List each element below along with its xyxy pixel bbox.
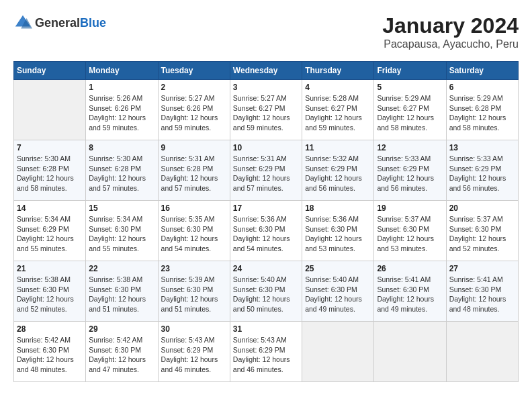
calendar-day-cell: 25Sunrise: 5:40 AM Sunset: 6:30 PM Dayli…	[302, 261, 374, 322]
calendar-day-cell	[446, 322, 518, 382]
calendar-day-cell: 5Sunrise: 5:29 AM Sunset: 6:27 PM Daylig…	[374, 80, 446, 140]
calendar-day-cell: 15Sunrise: 5:34 AM Sunset: 6:30 PM Dayli…	[86, 201, 158, 261]
day-number: 28	[17, 324, 83, 334]
day-info: Sunrise: 5:29 AM Sunset: 6:27 PM Dayligh…	[377, 93, 443, 133]
calendar-day-cell: 16Sunrise: 5:35 AM Sunset: 6:30 PM Dayli…	[158, 201, 230, 261]
calendar-day-cell: 13Sunrise: 5:33 AM Sunset: 6:29 PM Dayli…	[446, 140, 518, 201]
calendar-day-cell: 30Sunrise: 5:43 AM Sunset: 6:29 PM Dayli…	[158, 322, 230, 382]
weekday-header-cell: Friday	[374, 62, 446, 80]
day-info: Sunrise: 5:37 AM Sunset: 6:30 PM Dayligh…	[449, 214, 515, 254]
day-number: 24	[233, 264, 299, 273]
day-info: Sunrise: 5:33 AM Sunset: 6:29 PM Dayligh…	[449, 154, 515, 193]
calendar-day-cell: 1Sunrise: 5:26 AM Sunset: 6:26 PM Daylig…	[86, 80, 158, 140]
calendar-day-cell: 27Sunrise: 5:41 AM Sunset: 6:30 PM Dayli…	[446, 261, 518, 322]
day-info: Sunrise: 5:34 AM Sunset: 6:30 PM Dayligh…	[89, 214, 154, 254]
day-number: 25	[305, 264, 371, 273]
calendar-day-cell: 19Sunrise: 5:37 AM Sunset: 6:30 PM Dayli…	[374, 201, 446, 261]
day-info: Sunrise: 5:27 AM Sunset: 6:26 PM Dayligh…	[161, 93, 227, 133]
calendar-day-cell: 17Sunrise: 5:36 AM Sunset: 6:30 PM Dayli…	[230, 201, 302, 261]
day-info: Sunrise: 5:43 AM Sunset: 6:29 PM Dayligh…	[233, 335, 299, 375]
day-info: Sunrise: 5:33 AM Sunset: 6:29 PM Dayligh…	[377, 154, 443, 193]
calendar-title: January 2024	[382, 13, 519, 38]
calendar-week-row: 21Sunrise: 5:38 AM Sunset: 6:30 PM Dayli…	[14, 261, 519, 322]
calendar-week-row: 7Sunrise: 5:30 AM Sunset: 6:28 PM Daylig…	[14, 140, 519, 201]
calendar-week-row: 28Sunrise: 5:42 AM Sunset: 6:30 PM Dayli…	[14, 322, 519, 382]
day-info: Sunrise: 5:40 AM Sunset: 6:30 PM Dayligh…	[305, 275, 371, 314]
day-info: Sunrise: 5:41 AM Sunset: 6:30 PM Dayligh…	[449, 275, 515, 314]
day-info: Sunrise: 5:31 AM Sunset: 6:28 PM Dayligh…	[161, 154, 227, 193]
day-info: Sunrise: 5:26 AM Sunset: 6:26 PM Dayligh…	[89, 93, 154, 133]
calendar-day-cell: 24Sunrise: 5:40 AM Sunset: 6:30 PM Dayli…	[230, 261, 302, 322]
calendar-day-cell: 31Sunrise: 5:43 AM Sunset: 6:29 PM Dayli…	[230, 322, 302, 382]
day-number: 29	[89, 324, 154, 334]
day-info: Sunrise: 5:36 AM Sunset: 6:30 PM Dayligh…	[305, 214, 371, 254]
day-number: 31	[233, 324, 299, 334]
day-info: Sunrise: 5:30 AM Sunset: 6:28 PM Dayligh…	[17, 154, 83, 193]
calendar-day-cell	[302, 322, 374, 382]
calendar-location: Pacapausa, Ayacucho, Peru	[382, 38, 519, 50]
title-block: January 2024 Pacapausa, Ayacucho, Peru	[382, 13, 519, 50]
calendar-day-cell: 18Sunrise: 5:36 AM Sunset: 6:30 PM Dayli…	[302, 201, 374, 261]
day-number: 4	[305, 83, 371, 92]
calendar-day-cell	[14, 80, 86, 140]
day-number: 8	[89, 143, 154, 152]
calendar-day-cell: 6Sunrise: 5:29 AM Sunset: 6:28 PM Daylig…	[446, 80, 518, 140]
day-number: 18	[305, 203, 371, 213]
calendar-day-cell: 3Sunrise: 5:27 AM Sunset: 6:27 PM Daylig…	[230, 80, 302, 140]
logo-text-general: General	[35, 16, 80, 30]
calendar-day-cell: 12Sunrise: 5:33 AM Sunset: 6:29 PM Dayli…	[374, 140, 446, 201]
day-info: Sunrise: 5:31 AM Sunset: 6:29 PM Dayligh…	[233, 154, 299, 193]
day-number: 27	[449, 264, 515, 273]
calendar-day-cell: 7Sunrise: 5:30 AM Sunset: 6:28 PM Daylig…	[14, 140, 86, 201]
day-number: 1	[89, 83, 154, 92]
calendar-day-cell: 21Sunrise: 5:38 AM Sunset: 6:30 PM Dayli…	[14, 261, 86, 322]
calendar-week-row: 1Sunrise: 5:26 AM Sunset: 6:26 PM Daylig…	[14, 80, 519, 140]
day-number: 12	[377, 143, 443, 152]
day-number: 17	[233, 203, 299, 213]
calendar-day-cell: 8Sunrise: 5:30 AM Sunset: 6:28 PM Daylig…	[86, 140, 158, 201]
calendar-day-cell: 22Sunrise: 5:38 AM Sunset: 6:30 PM Dayli…	[86, 261, 158, 322]
day-number: 5	[377, 83, 443, 92]
day-info: Sunrise: 5:39 AM Sunset: 6:30 PM Dayligh…	[161, 275, 227, 314]
weekday-header-cell: Saturday	[446, 62, 518, 80]
calendar-table: SundayMondayTuesdayWednesdayThursdayFrid…	[13, 61, 519, 382]
calendar-day-cell: 9Sunrise: 5:31 AM Sunset: 6:28 PM Daylig…	[158, 140, 230, 201]
day-info: Sunrise: 5:27 AM Sunset: 6:27 PM Dayligh…	[233, 93, 299, 133]
day-number: 22	[89, 264, 154, 273]
day-info: Sunrise: 5:38 AM Sunset: 6:30 PM Dayligh…	[89, 275, 154, 314]
day-number: 20	[449, 203, 515, 213]
page-header: GeneralBlue January 2024 Pacapausa, Ayac…	[13, 13, 519, 50]
calendar-day-cell: 29Sunrise: 5:42 AM Sunset: 6:30 PM Dayli…	[86, 322, 158, 382]
day-info: Sunrise: 5:38 AM Sunset: 6:30 PM Dayligh…	[17, 275, 83, 314]
logo-text-blue: Blue	[80, 16, 106, 30]
day-number: 11	[305, 143, 371, 152]
calendar-day-cell: 4Sunrise: 5:28 AM Sunset: 6:27 PM Daylig…	[302, 80, 374, 140]
day-info: Sunrise: 5:28 AM Sunset: 6:27 PM Dayligh…	[305, 93, 371, 133]
day-number: 26	[377, 264, 443, 273]
logo: GeneralBlue	[13, 13, 106, 32]
calendar-day-cell: 10Sunrise: 5:31 AM Sunset: 6:29 PM Dayli…	[230, 140, 302, 201]
day-number: 30	[161, 324, 227, 334]
day-number: 19	[377, 203, 443, 213]
day-number: 13	[449, 143, 515, 152]
calendar-day-cell: 2Sunrise: 5:27 AM Sunset: 6:26 PM Daylig…	[158, 80, 230, 140]
weekday-header-cell: Sunday	[14, 62, 86, 80]
day-number: 16	[161, 203, 227, 213]
day-number: 21	[17, 264, 83, 273]
day-number: 6	[449, 83, 515, 92]
day-info: Sunrise: 5:40 AM Sunset: 6:30 PM Dayligh…	[233, 275, 299, 314]
weekday-header-cell: Wednesday	[230, 62, 302, 80]
logo-icon	[13, 13, 32, 32]
calendar-day-cell	[374, 322, 446, 382]
day-info: Sunrise: 5:35 AM Sunset: 6:30 PM Dayligh…	[161, 214, 227, 254]
calendar-body: 1Sunrise: 5:26 AM Sunset: 6:26 PM Daylig…	[14, 80, 519, 382]
calendar-week-row: 14Sunrise: 5:34 AM Sunset: 6:29 PM Dayli…	[14, 201, 519, 261]
weekday-header-row: SundayMondayTuesdayWednesdayThursdayFrid…	[14, 62, 519, 80]
weekday-header-cell: Monday	[86, 62, 158, 80]
calendar-day-cell: 28Sunrise: 5:42 AM Sunset: 6:30 PM Dayli…	[14, 322, 86, 382]
day-number: 7	[17, 143, 83, 152]
calendar-day-cell: 11Sunrise: 5:32 AM Sunset: 6:29 PM Dayli…	[302, 140, 374, 201]
day-info: Sunrise: 5:43 AM Sunset: 6:29 PM Dayligh…	[161, 335, 227, 375]
day-number: 9	[161, 143, 227, 152]
weekday-header-cell: Tuesday	[158, 62, 230, 80]
